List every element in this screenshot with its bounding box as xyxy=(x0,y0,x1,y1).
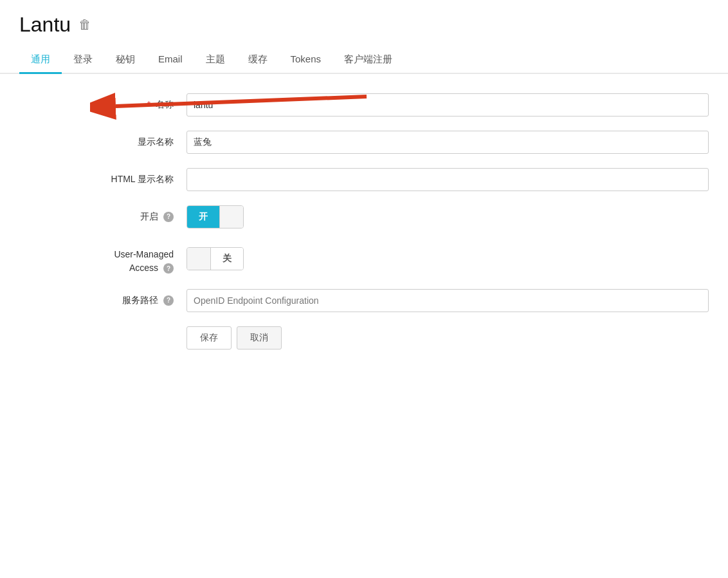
service-path-label: 服务路径 ? xyxy=(19,289,187,307)
tabs-bar: 通用 登录 秘钥 Email 主题 缓存 Tokens 客户端注册 xyxy=(0,47,728,74)
user-managed-toggle[interactable]: 关 xyxy=(187,247,244,270)
tab-theme[interactable]: 主题 xyxy=(194,47,237,74)
display-name-label: 显示名称 xyxy=(19,131,187,149)
name-row: * 名称 xyxy=(19,93,709,117)
enabled-label: 开启 ? xyxy=(19,205,187,223)
name-label: * 名称 xyxy=(19,93,187,111)
enabled-toggle-switch[interactable]: 开 xyxy=(187,205,244,228)
tab-client-reg[interactable]: 客户端注册 xyxy=(332,47,404,74)
button-row: 保存 取消 xyxy=(187,326,709,350)
html-display-name-input[interactable] xyxy=(187,168,709,191)
save-button[interactable]: 保存 xyxy=(187,326,232,350)
toggle-on-part[interactable]: 开 xyxy=(187,206,219,228)
page-title: Lantu xyxy=(19,13,71,37)
user-managed-access-label: User-ManagedAccess ? xyxy=(19,243,187,275)
service-path-input[interactable] xyxy=(187,289,709,312)
service-path-row: 服务路径 ? xyxy=(19,289,709,312)
user-managed-help-icon[interactable]: ? xyxy=(163,263,174,274)
tab-cache[interactable]: 缓存 xyxy=(237,47,279,74)
display-name-input[interactable] xyxy=(187,131,709,154)
page-header: Lantu 🗑 xyxy=(0,0,728,37)
service-path-help-icon[interactable]: ? xyxy=(163,295,174,306)
required-star: * xyxy=(147,99,150,109)
cancel-button[interactable]: 取消 xyxy=(237,326,282,350)
toggle-off-part[interactable] xyxy=(219,206,243,228)
enabled-help-icon[interactable]: ? xyxy=(163,212,174,222)
html-display-name-row: HTML 显示名称 xyxy=(19,168,709,191)
tab-login[interactable]: 登录 xyxy=(62,47,104,74)
display-name-row: 显示名称 xyxy=(19,131,709,154)
form-area: * 名称 显示名称 HTML 显示名称 开启 xyxy=(0,74,728,369)
user-managed-access-row: User-ManagedAccess ? 关 xyxy=(19,243,709,275)
tab-tokens[interactable]: Tokens xyxy=(279,47,333,74)
user-managed-toggle-switch[interactable]: 关 xyxy=(187,247,244,270)
enabled-row: 开启 ? 开 xyxy=(19,205,709,228)
user-managed-toggle-right[interactable]: 关 xyxy=(211,248,243,270)
tab-email[interactable]: Email xyxy=(147,47,194,74)
enabled-toggle[interactable]: 开 xyxy=(187,205,244,228)
user-managed-toggle-left[interactable] xyxy=(187,248,211,270)
name-input[interactable] xyxy=(187,93,709,117)
tab-secret[interactable]: 秘钥 xyxy=(104,47,147,74)
tab-general[interactable]: 通用 xyxy=(19,47,62,74)
trash-icon[interactable]: 🗑 xyxy=(78,17,91,32)
html-display-name-label: HTML 显示名称 xyxy=(19,168,187,186)
